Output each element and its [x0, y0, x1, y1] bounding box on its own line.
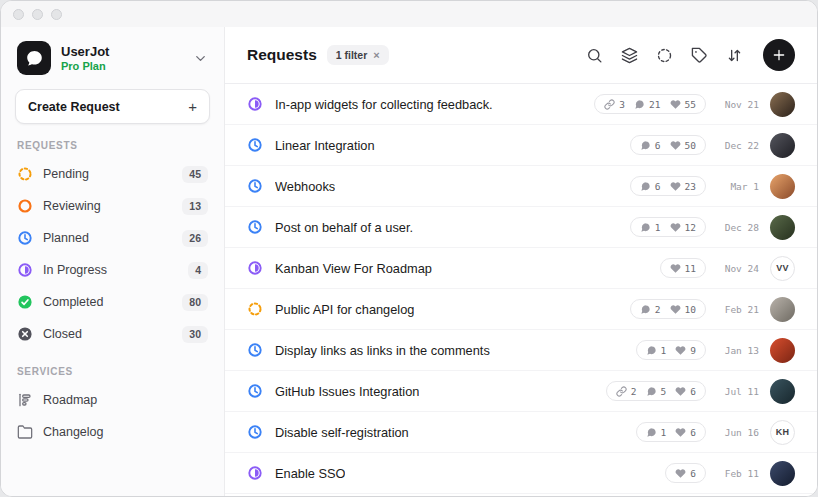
votes-icon	[670, 222, 681, 233]
sidebar-item-in-progress[interactable]: In Progress4	[15, 254, 210, 286]
votes-stat: 50	[670, 140, 696, 151]
avatar	[770, 297, 795, 322]
request-row[interactable]: Display links as links in the comments19…	[225, 330, 817, 371]
sidebar-item-reviewing[interactable]: Reviewing13	[15, 190, 210, 222]
request-date: Nov 24	[717, 263, 759, 274]
filter-chip[interactable]: 1 filter ×	[327, 45, 389, 65]
count-badge: 30	[182, 326, 208, 343]
votes-count: 6	[690, 468, 696, 479]
comments-stat: 6	[640, 181, 661, 192]
request-row[interactable]: Public API for changelog210Feb 21	[225, 289, 817, 330]
reviewing-icon	[17, 198, 33, 214]
request-date: Jun 16	[717, 427, 759, 438]
requests-header: Requests 1 filter ×	[225, 27, 817, 84]
closed-icon	[17, 326, 33, 342]
search-button[interactable]	[579, 40, 609, 70]
avatar: VV	[770, 256, 795, 281]
window-minimize-button[interactable]	[32, 9, 43, 20]
request-row[interactable]: Enable SSO6Feb 11	[225, 453, 817, 494]
workspace-meta: UserJot Pro Plan	[61, 44, 109, 72]
request-title: Enable SSO	[275, 466, 345, 481]
sidebar-item-completed[interactable]: Completed80	[15, 286, 210, 318]
status-pending-icon	[247, 301, 263, 317]
request-stats: 650	[630, 135, 706, 155]
avatar	[770, 379, 795, 404]
sidebar-item-planned[interactable]: Planned26	[15, 222, 210, 254]
request-title: In-app widgets for collecting feedback.	[275, 97, 493, 112]
chevron-down-icon	[193, 51, 208, 66]
sidebar-item-label: In Progress	[43, 263, 107, 277]
request-title: Linear Integration	[275, 138, 375, 153]
link-count: 2	[631, 386, 637, 397]
request-stats: 11	[660, 258, 706, 278]
avatar	[770, 338, 795, 363]
comments-count: 1	[661, 427, 667, 438]
votes-icon	[675, 468, 686, 479]
sidebar-item-label: Pending	[43, 167, 89, 181]
votes-icon	[675, 427, 686, 438]
avatar	[770, 92, 795, 117]
create-request-button[interactable]: Create Request +	[15, 89, 210, 124]
status-inprogress-icon	[247, 96, 263, 112]
comments-icon	[640, 304, 651, 315]
link-stat: 2	[616, 386, 637, 397]
request-row[interactable]: Post on behalf of a user.112Dec 28	[225, 207, 817, 248]
request-row[interactable]: Kanban View For Roadmap11Nov 24VV	[225, 248, 817, 289]
comments-count: 2	[655, 304, 661, 315]
layers-button[interactable]	[614, 40, 644, 70]
comments-stat: 5	[646, 386, 667, 397]
comments-icon	[646, 345, 657, 356]
new-request-button[interactable]	[763, 39, 795, 71]
votes-count: 50	[685, 140, 696, 151]
sort-button[interactable]	[719, 40, 749, 70]
sidebar-item-label: Roadmap	[43, 393, 97, 407]
sidebar-item-pending[interactable]: Pending45	[15, 158, 210, 190]
filter-remove-icon[interactable]: ×	[373, 49, 379, 61]
count-badge: 13	[182, 198, 208, 215]
roadmap-icon	[17, 392, 33, 408]
status-circle-icon	[656, 47, 673, 64]
window-close-button[interactable]	[13, 9, 24, 20]
workspace-switcher[interactable]: UserJot Pro Plan	[15, 39, 210, 75]
request-list: In-app widgets for collecting feedback.3…	[225, 84, 817, 496]
votes-stat: 11	[670, 263, 696, 274]
count-badge: 80	[182, 294, 208, 311]
sidebar-item-changelog[interactable]: Changelog	[15, 416, 210, 448]
layers-icon	[621, 47, 638, 64]
comments-icon	[640, 181, 651, 192]
request-stats: 210	[630, 299, 706, 319]
status-circle-button[interactable]	[649, 40, 679, 70]
votes-count: 6	[690, 386, 696, 397]
comments-count: 5	[661, 386, 667, 397]
request-row[interactable]: In-app widgets for collecting feedback.3…	[225, 84, 817, 125]
request-meta: 623Mar 1	[630, 174, 795, 199]
planned-icon	[17, 230, 33, 246]
window-zoom-button[interactable]	[51, 9, 62, 20]
request-title: Display links as links in the comments	[275, 343, 490, 358]
link-stat: 3	[604, 99, 625, 110]
request-title: Post on behalf of a user.	[275, 220, 413, 235]
comments-stat: 6	[640, 140, 661, 151]
request-meta: 650Dec 22	[630, 133, 795, 158]
request-title: Kanban View For Roadmap	[275, 261, 432, 276]
request-row[interactable]: GitHub Issues Integration256Jul 11	[225, 371, 817, 412]
request-row[interactable]: Disable self-registration16Jun 16KH	[225, 412, 817, 453]
request-row[interactable]: Linear Integration650Dec 22	[225, 125, 817, 166]
comments-stat: 1	[646, 427, 667, 438]
request-row[interactable]: Webhooks623Mar 1	[225, 166, 817, 207]
section-label-requests: REQUESTS	[17, 140, 208, 151]
request-stats: 32155	[594, 94, 706, 114]
section-label-services: SERVICES	[17, 366, 208, 377]
votes-count: 9	[690, 345, 696, 356]
request-stats: 256	[606, 381, 706, 401]
sidebar-item-label: Completed	[43, 295, 103, 309]
sidebar: UserJot Pro Plan Create Request + REQUES…	[1, 27, 225, 496]
request-date: Mar 1	[717, 181, 759, 192]
comments-count: 1	[661, 345, 667, 356]
sidebar-item-label: Closed	[43, 327, 82, 341]
comments-icon	[634, 99, 645, 110]
link-icon	[604, 99, 615, 110]
sidebar-item-roadmap[interactable]: Roadmap	[15, 384, 210, 416]
sidebar-item-closed[interactable]: Closed30	[15, 318, 210, 350]
tag-button[interactable]	[684, 40, 714, 70]
